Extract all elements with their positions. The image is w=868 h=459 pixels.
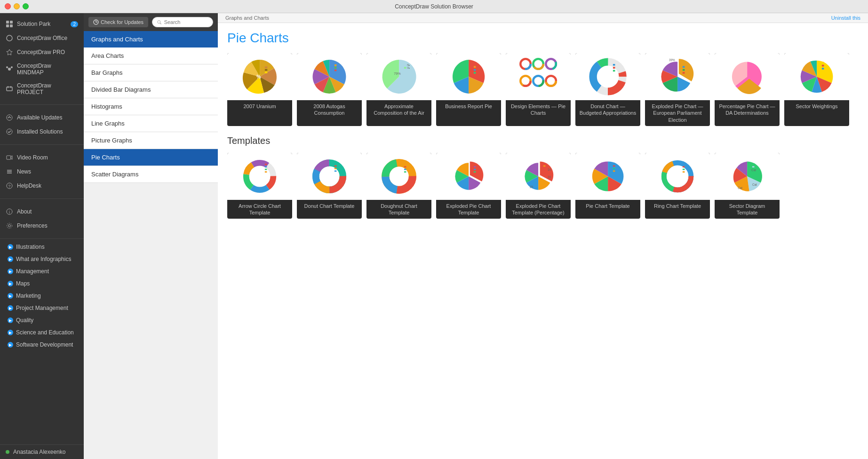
nav-item-scatter[interactable]: Scatter Diagrams [84, 166, 218, 183]
chart-card-business[interactable]: Business Report Pie [436, 53, 501, 126]
svg-rect-98 [404, 164, 406, 165]
content-area: Graphs and Charts Uninstall this Pie Cha… [218, 13, 868, 459]
nav-item-label: Picture Graphs [91, 137, 132, 144]
chart-label: Sector Weightings [784, 100, 849, 112]
svg-rect-70 [683, 69, 685, 71]
nav-item-pie-charts[interactable]: Pie Charts [84, 149, 218, 166]
sidebar-label: Solution Park [17, 21, 50, 27]
sidebar-sub-project-management[interactable]: ▶ Project Management [0, 302, 84, 314]
chart-label: Exploded Pie Chart — European Parliament… [645, 100, 710, 126]
divider [0, 104, 84, 105]
search-box[interactable] [152, 17, 213, 27]
nav-item-histograms[interactable]: Histograms [84, 98, 218, 115]
chart-card-donut-budgeted[interactable]: Donut Chart — Budgeted Appropriations [575, 53, 640, 126]
sidebar-item-video-room[interactable]: Video Room [0, 150, 84, 165]
sidebar-item-mindmap[interactable]: ConceptDraw MINDMAP [0, 59, 84, 79]
nav-item-area-charts[interactable]: Area Charts [84, 47, 218, 64]
sidebar-sub-software[interactable]: ▶ Software Development [0, 339, 84, 351]
sidebar-item-project[interactable]: ConceptDraw PROJECT [0, 79, 84, 99]
chart-card-air[interactable]: 79% N₂ O₂ Approximate Composition of the… [366, 53, 431, 126]
chart-card-percentage-da[interactable]: Percentage Pie Chart — DA Determinations [715, 53, 780, 126]
chart-card-uranium[interactable]: % 2007 Uranium [227, 53, 292, 126]
template-label: Doughnut Chart Template [366, 200, 431, 219]
chart-card-sector-weightings[interactable]: Sector Weightings [784, 53, 849, 126]
search-input[interactable] [164, 19, 208, 25]
sidebar-label: Video Room [17, 154, 48, 161]
user-info: Anastacia Alexeenko [0, 444, 84, 459]
chart-thumbnail: 39% [645, 53, 710, 100]
sub-label: Maps [16, 280, 30, 287]
svg-rect-82 [265, 166, 267, 167]
chart-card-design-elements[interactable]: Design Elements — Pie Charts [506, 53, 571, 126]
sidebar-item-available-updates[interactable]: Available Updates [0, 111, 84, 125]
template-card-pie[interactable]: Pie Chart Template [575, 153, 640, 219]
sidebar-sub-marketing[interactable]: ▶ Marketing [0, 290, 84, 302]
template-card-sector[interactable]: Cat Cat Cat Sector Diagram Template [715, 153, 780, 219]
sidebar-item-news[interactable]: News [0, 165, 84, 179]
sidebar-sub-illustrations[interactable]: ▶ Illustrations [0, 241, 84, 253]
chart-card-election[interactable]: 39% Exploded Pie Chart — European Parlia… [645, 53, 710, 126]
template-card-arrow-circle[interactable]: Arrow Circle Chart Template [227, 153, 292, 219]
sidebar-sub-management[interactable]: ▶ Management [0, 265, 84, 277]
chart-card-autogas[interactable]: 2008 Autogas Consumption [297, 53, 362, 126]
sidebar-item-preferences[interactable]: Preferences [0, 219, 84, 233]
nav-item-bar-graphs[interactable]: Bar Graphs [84, 64, 218, 81]
sub-label: Illustrations [16, 244, 45, 250]
svg-rect-34 [265, 71, 267, 73]
sidebar-item-solution-park[interactable]: Solution Park 2 [0, 17, 84, 31]
template-thumbnail: Cat Cat Cat [715, 153, 780, 200]
check-updates-button[interactable]: Check for Updates [88, 17, 148, 27]
nav-item-line-graphs[interactable]: Line Graphs [84, 115, 218, 132]
svg-rect-46 [474, 69, 476, 71]
sidebar-label: Available Updates [17, 114, 63, 121]
nav-active-item[interactable]: Graphs and Charts [84, 31, 218, 47]
close-button[interactable] [5, 3, 11, 9]
svg-rect-83 [265, 169, 267, 170]
sub-arrow-icon: ▶ [8, 342, 13, 348]
svg-text:14: 14 [548, 168, 551, 171]
sidebar-sub-science[interactable]: ▶ Science and Education [0, 326, 84, 339]
template-card-exploded[interactable]: Exploded Pie Chart Template [436, 153, 501, 219]
svg-rect-36 [334, 64, 337, 66]
template-card-exploded-pct[interactable]: 14 20 25 Exploded Pie Chart Template (Pe… [506, 153, 571, 219]
svg-marker-17 [11, 156, 12, 159]
gear-icon [6, 222, 13, 230]
chart-thumbnail [436, 53, 501, 100]
sidebar-item-office[interactable]: ConceptDraw Office [0, 31, 84, 45]
template-card-ring[interactable]: Ring Chart Template [645, 153, 710, 219]
sidebar-item-installed-solutions[interactable]: Installed Solutions [0, 125, 84, 139]
sidebar-sub-maps[interactable]: ▶ Maps [0, 277, 84, 290]
sidebar-utility-section: Video Room News ? HelpDesk [0, 147, 84, 197]
template-card-doughnut[interactable]: Doughnut Chart Template [366, 153, 431, 219]
sidebar-label: Preferences [17, 222, 48, 229]
svg-rect-103 [474, 166, 476, 167]
nav-item-label: Line Graphs [91, 120, 125, 127]
svg-point-26 [7, 223, 12, 229]
template-card-donut[interactable]: Donut Chart Template [297, 153, 362, 219]
maximize-button[interactable] [23, 3, 29, 9]
svg-text:N₂: N₂ [407, 63, 410, 66]
svg-rect-40 [404, 64, 406, 66]
template-label: Arrow Circle Chart Template [227, 200, 292, 219]
svg-rect-113 [613, 168, 615, 169]
sidebar-item-pro[interactable]: ConceptDraw PRO [0, 45, 84, 59]
minimize-button[interactable] [14, 3, 20, 9]
svg-rect-66 [613, 70, 615, 72]
template-label: Sector Diagram Template [715, 200, 780, 219]
nav-item-divided-bar[interactable]: Divided Bar Diagrams [84, 81, 218, 98]
sidebar-item-about[interactable]: i About [0, 205, 84, 219]
sidebar-item-helpdesk[interactable]: ? HelpDesk [0, 179, 84, 193]
search-icon [157, 20, 162, 25]
sync-icon [93, 19, 99, 25]
svg-text:i: i [9, 210, 10, 214]
svg-rect-90 [334, 163, 337, 164]
sidebar-sub-quality[interactable]: ▶ Quality [0, 314, 84, 326]
svg-text:25: 25 [530, 185, 534, 189]
svg-rect-47 [474, 72, 476, 74]
sidebar-sub-infographics[interactable]: ▶ What are Infographics [0, 253, 84, 265]
nav-item-picture-graphs[interactable]: Picture Graphs [84, 132, 218, 149]
svg-text:Cat: Cat [738, 186, 742, 190]
svg-rect-110 [543, 165, 546, 166]
uninstall-button[interactable]: Uninstall this [831, 15, 860, 21]
sub-label: Science and Education [16, 329, 74, 336]
